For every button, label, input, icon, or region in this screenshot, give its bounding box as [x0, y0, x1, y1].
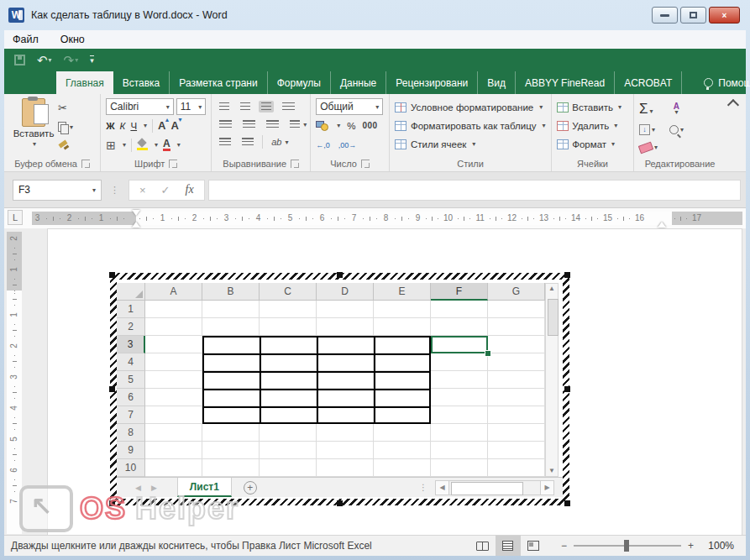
- column-header-A[interactable]: A: [145, 283, 202, 301]
- cell-B8[interactable]: [202, 424, 260, 442]
- cell-C3[interactable]: [260, 336, 317, 353]
- cell-F5[interactable]: [431, 371, 488, 389]
- alignment-dialog-launcher[interactable]: [291, 160, 299, 168]
- resize-handle-bottom[interactable]: [337, 500, 343, 506]
- cell-F9[interactable]: [431, 442, 488, 459]
- cell-B10[interactable]: [202, 459, 260, 477]
- cell-A3[interactable]: [145, 336, 202, 353]
- cell-F7[interactable]: [431, 406, 488, 424]
- cell-F6[interactable]: [431, 389, 488, 406]
- tab-7[interactable]: Вид: [478, 71, 516, 94]
- cell-C4[interactable]: [260, 353, 317, 371]
- cell-B3[interactable]: [202, 336, 260, 353]
- row-header-4[interactable]: 4: [117, 353, 145, 371]
- hscroll-left-icon[interactable]: ◀: [435, 480, 449, 495]
- fill-button[interactable]: ↓▾: [639, 124, 658, 135]
- cell-A10[interactable]: [145, 459, 202, 477]
- cell-E5[interactable]: [374, 371, 431, 389]
- number-format-select[interactable]: Общий▾: [316, 98, 383, 115]
- cell-F4[interactable]: [431, 353, 488, 371]
- select-all-corner[interactable]: [117, 283, 145, 301]
- decrease-font-button[interactable]: A▼: [170, 119, 178, 132]
- tab-4[interactable]: Формулы: [268, 71, 331, 94]
- cell-A7[interactable]: [145, 406, 202, 424]
- cell-G2[interactable]: [488, 318, 545, 336]
- collapse-ribbon-button[interactable]: [727, 99, 739, 111]
- column-header-D[interactable]: D: [317, 283, 374, 301]
- cell-E9[interactable]: [374, 442, 431, 459]
- delete-cells-button[interactable]: Удалить▾: [557, 117, 628, 134]
- customize-qat-button[interactable]: ▾: [90, 55, 94, 65]
- cell-B4[interactable]: [202, 353, 260, 371]
- column-header-C[interactable]: C: [260, 283, 317, 301]
- row-header-5[interactable]: 5: [117, 371, 145, 389]
- name-box[interactable]: F3▾: [13, 180, 102, 201]
- hscroll-right-icon[interactable]: ▶: [540, 480, 554, 495]
- cell-B7[interactable]: [202, 406, 260, 424]
- excel-horizontal-scrollbar[interactable]: ◀ ▶: [435, 480, 554, 495]
- column-header-F[interactable]: F: [431, 283, 488, 301]
- cell-E2[interactable]: [374, 318, 431, 336]
- hanging-indent-marker[interactable]: [132, 217, 140, 228]
- cell-styles-button[interactable]: Стили ячеек▾: [395, 135, 546, 153]
- format-as-table-button[interactable]: Форматировать как таблицу▾: [395, 117, 546, 134]
- orientation-button[interactable]: ab▾: [269, 135, 291, 149]
- row-header-10[interactable]: 10: [117, 459, 145, 477]
- cell-A5[interactable]: [145, 371, 202, 389]
- cell-B9[interactable]: [202, 442, 260, 459]
- menu-window[interactable]: Окно: [60, 34, 85, 45]
- accounting-format-button[interactable]: [316, 121, 328, 131]
- title-bar[interactable]: W Как сделать таблицу в Word.docx - Word…: [0, 0, 750, 30]
- menu-file[interactable]: Файл: [13, 34, 39, 45]
- wrap-text-button[interactable]: [280, 101, 297, 113]
- cell-D6[interactable]: [317, 389, 374, 406]
- tab-9[interactable]: ACROBAT: [615, 71, 682, 94]
- decrease-decimal-button[interactable]: ,00→: [338, 141, 357, 149]
- enter-entry-icon[interactable]: ✓: [161, 184, 170, 196]
- cell-F1[interactable]: [431, 301, 488, 318]
- excel-vertical-scrollbar[interactable]: ▲ ▼: [545, 283, 559, 477]
- font-color-button[interactable]: А: [163, 139, 170, 152]
- cell-C6[interactable]: [260, 389, 317, 406]
- insert-cells-button[interactable]: Вставить▾: [557, 98, 628, 116]
- cell-C7[interactable]: [260, 406, 317, 424]
- cell-D1[interactable]: [317, 301, 374, 318]
- zoom-out-button[interactable]: −: [561, 540, 567, 552]
- restore-button[interactable]: [680, 7, 706, 24]
- cell-A6[interactable]: [145, 389, 202, 406]
- web-layout-button[interactable]: [521, 536, 546, 556]
- cell-G3[interactable]: [488, 336, 545, 353]
- redo-button[interactable]: ↷▾: [64, 54, 79, 66]
- row-header-2[interactable]: 2: [117, 318, 145, 336]
- row-header-7[interactable]: 7: [117, 406, 145, 424]
- redo-dropdown-icon[interactable]: ▾: [75, 57, 78, 64]
- cell-C9[interactable]: [260, 442, 317, 459]
- cell-D5[interactable]: [317, 371, 374, 389]
- row-header-3[interactable]: 3: [117, 336, 145, 353]
- undo-dropdown-icon[interactable]: ▾: [49, 57, 52, 64]
- bold-button[interactable]: Ж: [106, 121, 114, 131]
- cell-E7[interactable]: [374, 406, 431, 424]
- cell-B5[interactable]: [202, 371, 260, 389]
- row-header-1[interactable]: 1: [117, 301, 145, 318]
- italic-button[interactable]: К: [120, 121, 126, 131]
- tab-1[interactable]: Главная: [56, 71, 113, 94]
- formula-input[interactable]: [208, 180, 741, 201]
- tab-5[interactable]: Данные: [331, 71, 386, 94]
- embedded-excel-object[interactable]: ABCDEFG12345678910 ▲ ▼ ◀ ▶ Лист1 + ⋮ ◀: [110, 273, 569, 505]
- cell-C10[interactable]: [260, 459, 317, 477]
- cell-F3[interactable]: [431, 336, 488, 353]
- cell-B6[interactable]: [202, 389, 260, 406]
- cell-B1[interactable]: [202, 301, 260, 318]
- cell-E4[interactable]: [374, 353, 431, 371]
- cell-B2[interactable]: [202, 318, 260, 336]
- cell-C1[interactable]: [260, 301, 317, 318]
- align-center-button[interactable]: [240, 118, 258, 130]
- cell-G4[interactable]: [488, 353, 545, 371]
- row-header-9[interactable]: 9: [117, 442, 145, 459]
- merge-center-button[interactable]: ▾: [287, 118, 309, 130]
- cell-G10[interactable]: [488, 459, 545, 477]
- cut-button[interactable]: ✂: [58, 100, 73, 115]
- close-button[interactable]: ×: [709, 7, 740, 24]
- zoom-slider[interactable]: [574, 545, 681, 547]
